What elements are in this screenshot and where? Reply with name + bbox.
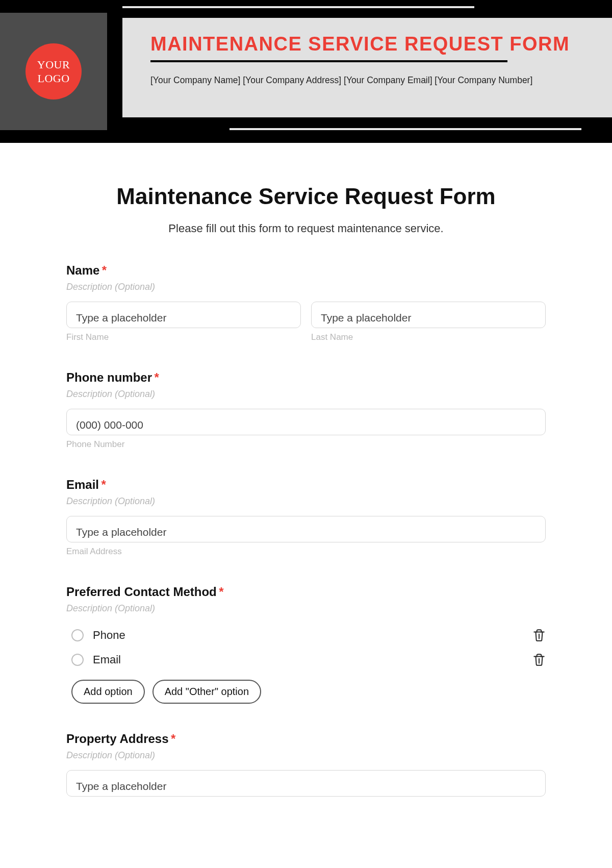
- header-company-info: [Your Company Name] [Your Company Addres…: [150, 75, 612, 86]
- required-mark: *: [171, 732, 175, 746]
- logo-text-line2: LOGO: [26, 71, 82, 86]
- required-mark: *: [101, 478, 106, 491]
- header-banner: YOUR LOGO MAINTENANCE SERVICE REQUEST FO…: [0, 0, 612, 143]
- decorative-line-top: [122, 6, 474, 8]
- option-row-email: Email: [66, 648, 546, 672]
- option-label-phone[interactable]: Phone: [93, 629, 125, 642]
- option-label-email[interactable]: Email: [93, 653, 121, 666]
- add-other-option-button[interactable]: Add "Other" option: [152, 680, 261, 704]
- email-label: Email: [66, 478, 99, 491]
- decorative-line-bottom: [230, 128, 581, 130]
- trash-icon[interactable]: [532, 628, 546, 642]
- email-sublabel: Email Address: [66, 547, 546, 557]
- name-label: Name: [66, 263, 99, 277]
- property-description[interactable]: Description (Optional): [66, 750, 546, 761]
- add-option-button[interactable]: Add option: [71, 680, 145, 704]
- radio-email[interactable]: [71, 654, 84, 666]
- property-label: Property Address: [66, 732, 169, 746]
- logo-panel: YOUR LOGO: [0, 13, 107, 130]
- radio-phone[interactable]: [71, 629, 84, 641]
- required-mark: *: [219, 585, 223, 599]
- form-subtitle: Please fill out this form to request mai…: [66, 222, 546, 235]
- phone-description[interactable]: Description (Optional): [66, 389, 546, 400]
- header-card: MAINTENANCE SERVICE REQUEST FORM [Your C…: [122, 18, 612, 117]
- form-area: Maintenance Service Request Form Please …: [0, 143, 612, 817]
- field-name: Name * Description (Optional) Type a pla…: [66, 263, 546, 342]
- name-description[interactable]: Description (Optional): [66, 282, 546, 292]
- form-title: Maintenance Service Request Form: [66, 184, 546, 209]
- option-row-phone: Phone: [66, 623, 546, 648]
- last-name-input[interactable]: Type a placeholder: [311, 302, 546, 328]
- phone-sublabel: Phone Number: [66, 439, 546, 450]
- contact-label: Preferred Contact Method: [66, 585, 217, 599]
- field-phone: Phone number * Description (Optional) (0…: [66, 370, 546, 450]
- header-title: MAINTENANCE SERVICE REQUEST FORM: [150, 33, 612, 55]
- required-mark: *: [154, 370, 159, 384]
- field-email: Email * Description (Optional) Type a pl…: [66, 478, 546, 557]
- contact-description[interactable]: Description (Optional): [66, 603, 546, 614]
- trash-icon[interactable]: [532, 653, 546, 667]
- field-property-address: Property Address * Description (Optional…: [66, 732, 546, 797]
- logo-text-line1: YOUR: [26, 58, 82, 72]
- first-name-input[interactable]: Type a placeholder: [66, 302, 301, 328]
- header-underline: [150, 60, 507, 62]
- email-description[interactable]: Description (Optional): [66, 496, 546, 507]
- phone-input[interactable]: (000) 000-000: [66, 409, 546, 435]
- last-name-sublabel: Last Name: [311, 332, 546, 342]
- field-contact-method: Preferred Contact Method * Description (…: [66, 585, 546, 704]
- phone-label: Phone number: [66, 370, 152, 384]
- first-name-sublabel: First Name: [66, 332, 301, 342]
- property-input[interactable]: Type a placeholder: [66, 770, 546, 797]
- email-input[interactable]: Type a placeholder: [66, 516, 546, 542]
- required-mark: *: [102, 263, 107, 277]
- logo-circle: YOUR LOGO: [26, 43, 82, 100]
